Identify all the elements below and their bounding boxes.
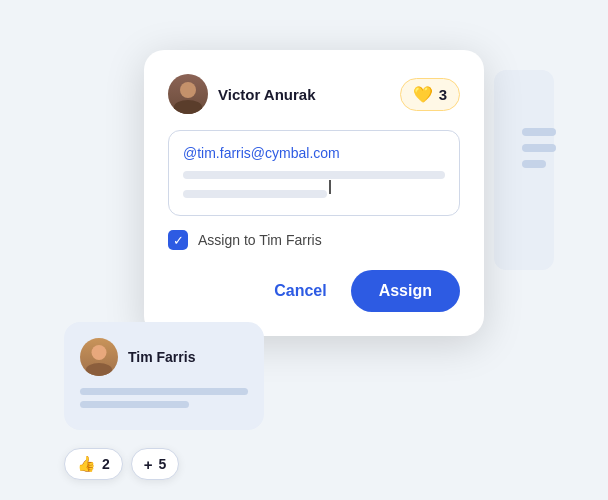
assign-checkbox-row[interactable]: ✓ Assign to Tim Farris [168, 230, 460, 250]
heart-icon: 💛 [413, 85, 433, 104]
main-modal-card: Victor Anurak 💛 3 @tim.farris@cymbal.com… [144, 50, 484, 336]
thumbsup-icon: 👍 [77, 455, 96, 473]
thumbsup-badge[interactable]: 👍 2 [64, 448, 123, 480]
plus-badge[interactable]: + 5 [131, 448, 180, 480]
checkmark-icon: ✓ [173, 234, 184, 247]
checkbox-label: Assign to Tim Farris [198, 232, 322, 248]
text-cursor [329, 180, 331, 194]
user-name: Victor Anurak [218, 86, 316, 103]
tim-line-2 [80, 401, 189, 408]
tim-avatar [80, 338, 118, 376]
input-line-1 [183, 171, 445, 179]
tim-name: Tim Farris [128, 349, 195, 365]
bg-line-2 [522, 144, 556, 152]
email-input-box[interactable]: @tim.farris@cymbal.com [168, 130, 460, 216]
avatar [168, 74, 208, 114]
main-scene: Victor Anurak 💛 3 @tim.farris@cymbal.com… [64, 40, 544, 460]
bg-line-3 [522, 160, 546, 168]
user-header: Victor Anurak 💛 3 [168, 74, 460, 114]
thumbsup-count: 2 [102, 456, 110, 472]
bg-decorative-lines [514, 120, 564, 176]
reaction-badges: 👍 2 + 5 [64, 448, 179, 480]
user-info: Victor Anurak [168, 74, 316, 114]
assign-button[interactable]: Assign [351, 270, 460, 312]
input-line-2 [183, 190, 327, 198]
action-buttons: Cancel Assign [168, 270, 460, 312]
plus-icon: + [144, 456, 153, 473]
bg-line-1 [522, 128, 556, 136]
plus-count: 5 [159, 456, 167, 472]
tim-user-info: Tim Farris [80, 338, 248, 376]
heart-badge: 💛 3 [400, 78, 460, 111]
assign-checkbox[interactable]: ✓ [168, 230, 188, 250]
tim-farris-card: Tim Farris [64, 322, 264, 430]
email-text: @tim.farris@cymbal.com [183, 145, 445, 161]
tim-line-1 [80, 388, 248, 395]
cancel-button[interactable]: Cancel [262, 274, 338, 308]
bg-card-right [494, 70, 554, 270]
heart-count: 3 [439, 86, 447, 103]
